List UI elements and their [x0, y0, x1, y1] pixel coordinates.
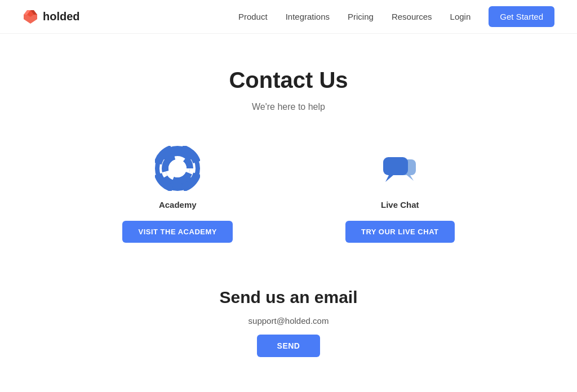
- nav-item-pricing[interactable]: Pricing: [348, 12, 374, 21]
- email-section-title: Send us an email: [219, 288, 357, 307]
- logo[interactable]: holded: [23, 9, 80, 25]
- academy-icon-wrap: [155, 146, 200, 191]
- lifesaver-icon: [155, 146, 200, 191]
- academy-label: Academy: [159, 200, 197, 210]
- nav-item-product[interactable]: Product: [238, 12, 268, 21]
- nav-item-resources[interactable]: Resources: [392, 12, 432, 21]
- live-chat-icon-wrap: [378, 146, 423, 191]
- get-started-button[interactable]: Get Started: [489, 6, 554, 27]
- svg-marker-14: [385, 175, 393, 182]
- svg-rect-13: [383, 157, 408, 175]
- email-section: Send us an email support@holded.com SEND: [219, 288, 357, 357]
- try-live-chat-button[interactable]: TRY OUR LIVE CHAT: [345, 221, 455, 243]
- page-subtitle: We're here to help: [252, 102, 325, 112]
- nav-item-integrations[interactable]: Integrations: [286, 12, 330, 21]
- academy-card: Academy VISIT THE ACADEMY: [122, 146, 232, 243]
- main-content: Contact Us We're here to help: [0, 34, 577, 380]
- svg-marker-12: [407, 175, 414, 181]
- page-title: Contact Us: [229, 68, 348, 93]
- main-nav: Product Integrations Pricing Resources L…: [238, 6, 554, 27]
- nav-item-login[interactable]: Login: [450, 12, 471, 21]
- logo-text: holded: [43, 10, 80, 23]
- chat-icon: [379, 147, 421, 190]
- visit-academy-button[interactable]: VISIT THE ACADEMY: [122, 221, 232, 243]
- live-chat-card: Live Chat TRY OUR LIVE CHAT: [345, 146, 455, 243]
- live-chat-label: Live Chat: [381, 200, 419, 210]
- email-address: support@holded.com: [248, 316, 329, 326]
- site-header: holded Product Integrations Pricing Reso…: [0, 0, 577, 34]
- send-email-button[interactable]: SEND: [257, 335, 321, 357]
- contact-cards: Academy VISIT THE ACADEMY Live Chat TRY …: [23, 146, 554, 243]
- svg-point-10: [168, 159, 187, 177]
- logo-icon: [23, 9, 38, 25]
